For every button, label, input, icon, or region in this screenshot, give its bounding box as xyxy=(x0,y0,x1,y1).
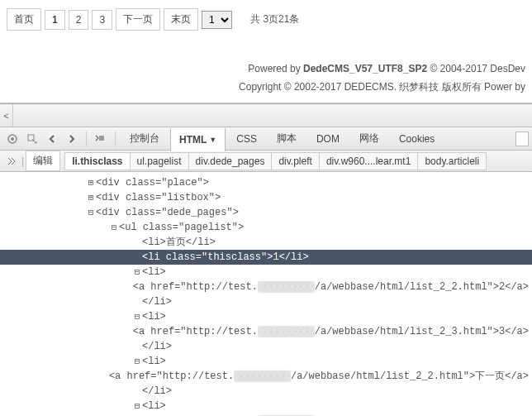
source-line[interactable]: <a href="http://test.xxxxxxxxx/a/webbase… xyxy=(0,369,532,384)
source-text: <li> xyxy=(142,309,166,324)
source-text: <li class="thisclass">1</li> xyxy=(142,250,309,265)
expand-icon[interactable] xyxy=(86,191,96,205)
source-panel: <div class="place"> <div class="listbox"… xyxy=(0,172,532,416)
tab-html-label: HTML xyxy=(179,134,207,146)
source-text: <div class="listbox"> xyxy=(96,190,221,205)
devtools-toolbar: 控制台 HTML▼ CSS 脚本 DOM 网络 Cookies xyxy=(0,127,532,151)
page-3[interactable]: 3 xyxy=(92,10,112,30)
source-text: /a/webbase/html/list_2_2.html">下一页</a> xyxy=(291,371,529,382)
page-1[interactable]: 1 xyxy=(45,10,65,30)
source-text: <a href="http://test. xyxy=(133,326,258,337)
inspect-icon[interactable] xyxy=(23,131,41,147)
breadcrumb-icon[interactable] xyxy=(3,154,20,169)
source-text: <div class="place"> xyxy=(96,175,209,190)
firebug-icon[interactable] xyxy=(3,131,21,147)
source-text: <li> xyxy=(142,265,166,280)
source-text: </li> xyxy=(142,339,172,354)
blurred-text: xxxxxxxxx xyxy=(258,326,315,337)
source-text: <li>首页</li> xyxy=(142,235,216,250)
caret-down-icon: ▼ xyxy=(209,136,216,144)
collapse-icon[interactable] xyxy=(132,265,142,280)
source-text: /a/webbase/html/list_2_3.html">3</a> xyxy=(315,326,529,337)
toolbar-separator xyxy=(115,131,116,146)
source-line[interactable]: <li> xyxy=(0,399,532,414)
tab-net[interactable]: 网络 xyxy=(350,127,388,151)
collapse-icon[interactable] xyxy=(109,221,119,235)
source-text: <ul class="pagelist"> xyxy=(119,220,244,235)
page-next[interactable]: 下一页 xyxy=(116,8,160,31)
source-line[interactable]: <li> xyxy=(0,309,532,324)
source-line[interactable]: <div class="place"> xyxy=(0,175,532,190)
breadcrumb-separator: | xyxy=(20,155,26,167)
tab-css[interactable]: CSS xyxy=(227,127,266,151)
collapse-icon[interactable] xyxy=(86,206,96,220)
forward-icon[interactable] xyxy=(63,131,81,147)
breadcrumb: | 编辑 li.thisclass ul.pagelist div.dede_p… xyxy=(0,151,532,172)
back-icon[interactable] xyxy=(43,131,61,147)
tab-dom[interactable]: DOM xyxy=(307,127,349,151)
tab-script[interactable]: 脚本 xyxy=(268,127,306,151)
source-line[interactable]: </li> xyxy=(0,339,532,354)
breadcrumb-item[interactable]: div.dede_pages xyxy=(188,152,273,170)
footer-powered-prefix: Powered by xyxy=(248,63,303,74)
page-last[interactable]: 末页 xyxy=(164,8,198,31)
source-text: <div class="dede_pages"> xyxy=(96,205,239,220)
devtools-panel: < 控制台 HTML▼ CSS 脚本 DOM 网络 Cookies | xyxy=(0,103,532,416)
source-text: </li> xyxy=(142,384,172,399)
source-line[interactable]: <ul class="pagelist"> xyxy=(0,220,532,235)
tab-console[interactable]: 控制台 xyxy=(121,127,169,151)
source-line[interactable]: <div class="dede_pages"> xyxy=(0,205,532,220)
expand-icon[interactable] xyxy=(86,176,96,190)
source-text: <a href="http://test. xyxy=(109,371,234,382)
command-line-icon[interactable] xyxy=(92,131,110,147)
breadcrumb-item[interactable]: div.w960....lear.mt1 xyxy=(319,152,419,170)
source-line[interactable]: <li> xyxy=(0,265,532,280)
source-text: <li> xyxy=(142,399,166,414)
breadcrumb-item[interactable]: body.articleli xyxy=(417,152,487,170)
page-select[interactable]: 1 xyxy=(202,11,232,29)
collapse-icon[interactable] xyxy=(132,310,142,324)
source-text: <li> xyxy=(142,354,166,369)
svg-point-1 xyxy=(11,137,14,141)
breadcrumb-item[interactable]: div.pleft xyxy=(271,152,319,170)
source-line[interactable]: <div class="listbox"> xyxy=(0,190,532,205)
toolbar-separator xyxy=(86,131,87,146)
pagination: 首页 1 2 3 下一页 末页 1 共 3页21条 xyxy=(7,8,525,31)
breadcrumb-item[interactable]: li.thisclass xyxy=(64,152,130,170)
source-text: /a/webbase/html/list_2_2.html">2</a> xyxy=(315,281,529,293)
footer-brand: DedeCMS_V57_UTF8_SP2 xyxy=(303,63,427,74)
source-line[interactable]: </li> xyxy=(0,294,532,309)
breadcrumb-item[interactable]: ul.pagelist xyxy=(130,152,189,170)
blurred-text: xxxxxxxxx xyxy=(234,371,291,382)
tab-html[interactable]: HTML▼ xyxy=(170,128,226,151)
blurred-text: xxxxxxxxx xyxy=(258,281,315,293)
toolbar-right-button[interactable] xyxy=(515,131,529,146)
footer-line1: Powered by DedeCMS_V57_UTF8_SP2 © 2004-2… xyxy=(7,60,525,79)
source-line[interactable]: </li> xyxy=(0,384,532,399)
source-text: <a href="http://test. xyxy=(133,281,258,293)
page-content: 首页 1 2 3 下一页 末页 1 共 3页21条 xyxy=(0,0,532,39)
footer: Powered by DedeCMS_V57_UTF8_SP2 © 2004-2… xyxy=(0,57,532,99)
source-line[interactable]: <a href="http://test.xxxxxxxxx/a/webbase… xyxy=(0,324,532,339)
devtools-scrollbar-top: < xyxy=(0,104,532,127)
scroll-left-button[interactable]: < xyxy=(0,104,13,127)
footer-powered-suffix: © 2004-2017 DesDev xyxy=(427,63,525,74)
footer-line2: Copyright © 2002-2017 DEDECMS. 织梦科技 版权所有… xyxy=(7,79,525,97)
source-line[interactable]: <li> xyxy=(0,354,532,369)
page-2[interactable]: 2 xyxy=(69,10,89,30)
source-line[interactable]: <li>首页</li> xyxy=(0,235,532,250)
page-total: 共 3页21条 xyxy=(250,12,299,26)
collapse-icon[interactable] xyxy=(132,355,142,369)
source-line-selected[interactable]: <li class="thisclass">1</li> xyxy=(0,250,532,265)
source-line[interactable]: <a href="http://test.xxxxxxxxx/a/webbase… xyxy=(0,280,532,294)
page-first[interactable]: 首页 xyxy=(7,8,41,31)
collapse-icon[interactable] xyxy=(132,399,142,414)
source-text: </li> xyxy=(142,294,172,309)
breadcrumb-edit[interactable]: 编辑 xyxy=(26,151,60,171)
tab-cookies[interactable]: Cookies xyxy=(390,127,444,151)
